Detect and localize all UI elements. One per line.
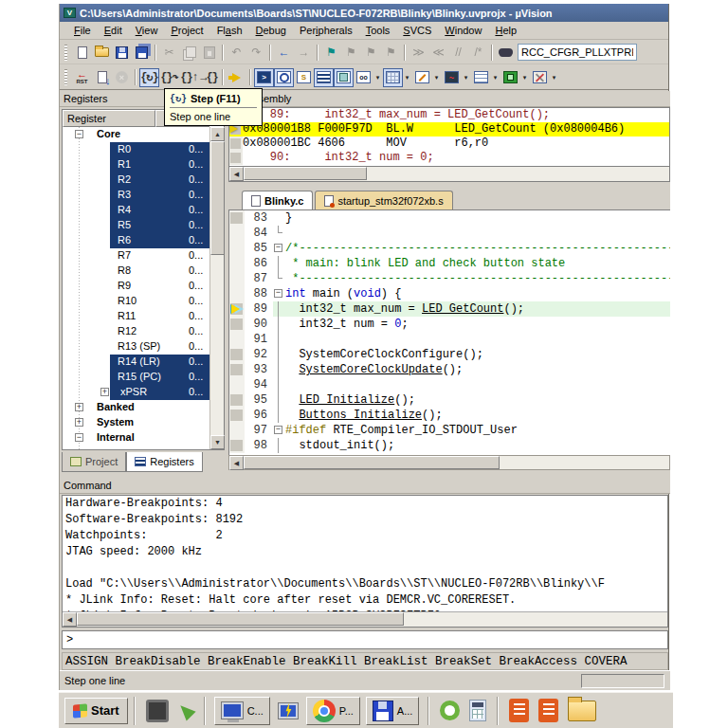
editor-margin[interactable]: [229, 332, 245, 347]
scroll-up-icon[interactable]: ▲: [210, 127, 225, 141]
mcu-chip-icon[interactable]: [146, 700, 169, 722]
fold-collapse-icon[interactable]: −: [274, 289, 282, 298]
editor-margin[interactable]: [229, 392, 245, 408]
code-line[interactable]: 95 LED_Initialize();: [229, 392, 670, 408]
editor-margin[interactable]: [229, 347, 245, 362]
editor-margin[interactable]: [229, 271, 245, 286]
menu-window[interactable]: Window: [438, 23, 488, 38]
uncomment-icon[interactable]: /*: [468, 43, 488, 62]
editor-margin[interactable]: [229, 256, 245, 271]
disassembly-current-line[interactable]: 0x080001B8 F000F97D BL.W LED_GetCount (0…: [229, 122, 669, 136]
run-button[interactable]: [92, 68, 112, 87]
register-row-banked[interactable]: +Banked: [63, 400, 209, 415]
debug-toolbox-button[interactable]: [530, 68, 550, 87]
toolbar-grip[interactable]: [64, 69, 67, 85]
watch-window-button-dropdown-icon[interactable]: ▾: [373, 68, 382, 87]
command-dock-title[interactable]: Command: [60, 478, 670, 494]
next-bookmark-icon[interactable]: ⚑: [361, 43, 381, 62]
editor-tab-blinky-c[interactable]: Blinky.c: [242, 191, 313, 209]
taskbar-window-a-button[interactable]: A...: [366, 697, 420, 725]
open-file-icon[interactable]: [92, 43, 112, 62]
show-next-statement-button[interactable]: [227, 68, 246, 87]
system-viewer-button[interactable]: [500, 68, 520, 87]
menu-peripherals[interactable]: Peripherals: [293, 23, 359, 38]
code-line[interactable]: 83}: [229, 210, 670, 226]
analysis-window-button[interactable]: ~: [442, 68, 462, 87]
watch-window-button[interactable]: oo: [354, 68, 373, 87]
code-line[interactable]: 87 *------------------------------------…: [229, 271, 670, 286]
disassembly-body[interactable]: 89: int32_t max_num = LED_GetCount(); 0x…: [228, 107, 670, 167]
code-line[interactable]: 97−#ifdef RTE_Compiler_IO_STDOUT_User: [229, 423, 670, 438]
register-row-r5[interactable]: R50...: [63, 218, 209, 233]
scrollbar-thumb[interactable]: [244, 456, 500, 469]
command-hscrollbar[interactable]: ◀: [63, 611, 667, 627]
editor-margin[interactable]: [229, 210, 245, 226]
menu-svcs[interactable]: SVCS: [396, 23, 438, 38]
disassembly-line[interactable]: 90: int32_t num = 0;: [229, 151, 669, 165]
editor-tab-startup-stm32f072xb-s[interactable]: startup_stm32f072xb.s: [315, 191, 452, 209]
step-button[interactable]: {↻}: [139, 68, 159, 87]
trace-window-button-dropdown-icon[interactable]: ▾: [491, 68, 500, 87]
register-row-core[interactable]: −Core: [63, 127, 209, 142]
memory-window-button[interactable]: [383, 68, 403, 87]
register-row-r13-sp-[interactable]: R13 (SP)0...: [63, 339, 209, 355]
menu-view[interactable]: View: [129, 23, 165, 38]
stop-button[interactable]: ×: [112, 68, 132, 87]
navigate-forward-icon[interactable]: →: [294, 43, 314, 62]
register-row-r2[interactable]: R20...: [63, 173, 209, 188]
editor-margin[interactable]: [229, 301, 245, 317]
analysis-window-button-dropdown-icon[interactable]: ▾: [462, 68, 470, 87]
fold-collapse-icon[interactable]: −: [274, 426, 282, 434]
scroll-left-icon[interactable]: ◀: [63, 612, 77, 627]
orange-document-icon-1[interactable]: [509, 699, 529, 722]
prev-bookmark-icon[interactable]: ⚑: [341, 43, 361, 62]
title-bar[interactable]: V C:\Users\Administrator\Documents\Board…: [60, 4, 668, 22]
find-in-files-icon[interactable]: [496, 43, 516, 62]
registers-scrollbar[interactable]: ▲ ▼: [209, 127, 224, 449]
command-input[interactable]: >: [62, 630, 668, 649]
new-file-icon[interactable]: [72, 43, 92, 62]
menu-help[interactable]: Help: [488, 23, 523, 38]
menu-edit[interactable]: Edit: [98, 23, 129, 38]
register-row-internal[interactable]: −Internal: [63, 430, 209, 446]
code-line[interactable]: 90 int32_t num = 0;: [229, 317, 670, 332]
editor-margin[interactable]: [229, 438, 245, 453]
expand-icon[interactable]: +: [100, 388, 109, 396]
register-column-header[interactable]: Register: [63, 110, 155, 127]
indent-icon[interactable]: ≫: [409, 43, 428, 62]
paste-icon[interactable]: [199, 43, 219, 62]
editor-margin[interactable]: [229, 408, 245, 423]
green-arrow-icon[interactable]: [178, 704, 193, 718]
disassembly-line[interactable]: 0x080001BC 4606 MOV r6,r0: [229, 136, 669, 151]
code-line[interactable]: 94: [229, 377, 670, 392]
scroll-down-icon[interactable]: ▼: [210, 435, 225, 449]
debug-toolbox-button-dropdown-icon[interactable]: ▾: [550, 68, 558, 87]
disassembly-window-button[interactable]: [274, 68, 294, 87]
outdent-icon[interactable]: ≪: [428, 43, 448, 62]
editor-margin[interactable]: [229, 377, 245, 392]
collapse-icon[interactable]: −: [75, 433, 83, 442]
code-line[interactable]: 88−int main (void) {: [229, 286, 670, 301]
calculator-icon[interactable]: [469, 700, 486, 721]
editor-margin[interactable]: [229, 423, 245, 438]
register-row-r15-pc-[interactable]: R15 (PC)0...: [63, 370, 209, 385]
register-row-r6[interactable]: R60...: [63, 233, 209, 248]
comment-icon[interactable]: //: [448, 43, 468, 62]
serial-window-button[interactable]: [412, 68, 432, 87]
redo-icon[interactable]: ↷: [246, 43, 266, 62]
registers-window-button[interactable]: [314, 68, 334, 87]
code-line[interactable]: 98 stdout_init();: [229, 438, 670, 453]
register-row-r3[interactable]: R30...: [63, 188, 209, 203]
symbol-window-button[interactable]: S: [294, 68, 314, 87]
scrollbar-thumb[interactable]: [210, 141, 225, 255]
expand-icon[interactable]: +: [75, 403, 83, 411]
trace-window-button[interactable]: [471, 68, 491, 87]
taskbar-window-chrome-button[interactable]: P...: [306, 697, 360, 725]
register-row-r0[interactable]: R00...: [63, 142, 209, 157]
tab-registers[interactable]: Registers: [126, 452, 202, 472]
command-output[interactable]: Hardware-Breakpoints: 4Software-Breakpoi…: [62, 495, 668, 628]
register-row-r1[interactable]: R10...: [63, 157, 209, 173]
register-row-r7[interactable]: R70...: [63, 248, 209, 264]
menu-flash[interactable]: Flash: [210, 23, 249, 38]
code-area[interactable]: 83}8485−/*------------------------------…: [228, 210, 670, 455]
